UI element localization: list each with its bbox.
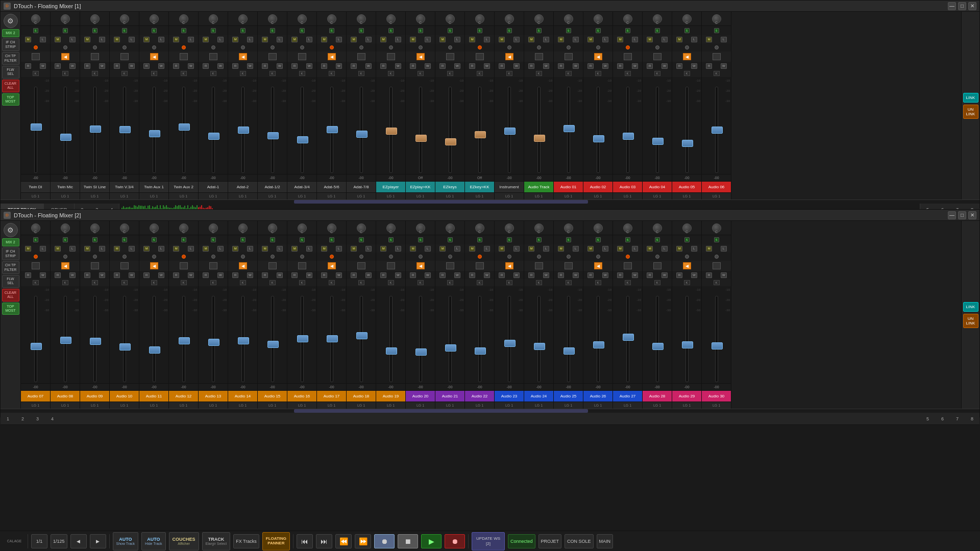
ch-s-btn[interactable]: S (566, 28, 571, 33)
ch-l-btn[interactable]: L (277, 246, 283, 252)
ch-fader-thumb[interactable] (90, 126, 101, 133)
ch-w-btn[interactable]: W (336, 272, 342, 278)
ch-m-btn[interactable]: M (143, 246, 150, 252)
ch-s-btn[interactable]: S (388, 28, 394, 33)
ch-fader-track[interactable] (715, 87, 718, 173)
ch-fader-track[interactable] (123, 87, 126, 173)
ch-k-btn[interactable]: K (477, 280, 483, 285)
ch-r-btn[interactable]: R (676, 63, 682, 69)
ch-s-btn[interactable]: S (152, 237, 157, 242)
ch-l-btn[interactable]: L (158, 37, 164, 42)
ch-m-btn[interactable]: M (321, 37, 327, 42)
ch-s-btn[interactable]: S (63, 237, 68, 242)
mixer2-minimize-btn[interactable]: — (948, 211, 956, 219)
transport-connected-btn[interactable]: Connected (508, 534, 535, 548)
ch-w-btn[interactable]: W (188, 63, 194, 69)
ch-s-btn[interactable]: S (181, 28, 186, 33)
ch-fader-thumb[interactable] (712, 127, 723, 134)
ch-eq-dot[interactable] (685, 45, 689, 49)
ch-eq-dot[interactable] (478, 255, 482, 259)
ch-r-btn[interactable]: R (469, 272, 475, 278)
ch-eq-dot[interactable] (419, 255, 423, 259)
ch-w-btn[interactable]: W (721, 272, 727, 278)
ch-eq-dot[interactable] (655, 255, 659, 259)
ch-m-btn[interactable]: M (558, 37, 564, 42)
ch-l-btn[interactable]: L (69, 37, 76, 42)
ch-s-btn[interactable]: S (507, 28, 512, 33)
ch-w-btn[interactable]: W (99, 272, 105, 278)
ch-fader-thumb[interactable] (238, 127, 249, 134)
mixer2-tab-8[interactable]: 8 (965, 416, 979, 421)
ch-pan-arrow[interactable]: ◀ (239, 262, 247, 269)
ch-r-btn[interactable]: R (410, 63, 416, 69)
ch-w-btn[interactable]: W (365, 272, 372, 278)
ch-l-btn[interactable]: L (247, 246, 253, 252)
ch-r-btn[interactable]: R (706, 272, 712, 278)
ch-r-btn[interactable]: R (84, 272, 90, 278)
ch-fader-thumb[interactable] (623, 334, 634, 341)
ch-fader-thumb[interactable] (504, 128, 516, 135)
ch-pan-arrow[interactable]: ◀ (239, 53, 247, 60)
ch-fader-track[interactable] (537, 296, 541, 382)
ch-pan-arrow[interactable]: ◀ (505, 262, 513, 269)
ch-fader-track[interactable] (419, 296, 422, 382)
ch-fader-thumb[interactable] (623, 133, 634, 140)
ch-fader-thumb[interactable] (60, 337, 71, 344)
transport-rec-armed-btn[interactable]: ⏺ (374, 534, 395, 548)
ch-l-btn[interactable]: L (543, 246, 549, 252)
ch-m-btn[interactable]: M (469, 37, 475, 42)
ch-m-btn[interactable]: M (558, 246, 564, 252)
ch-pan-arrow[interactable]: ◀ (150, 53, 158, 60)
transport-fxtracks-btn[interactable]: FX Tracks (233, 534, 259, 548)
ch-w-btn[interactable]: W (602, 63, 608, 69)
ch-eq-dot[interactable] (63, 255, 67, 259)
ch-k-btn[interactable]: K (121, 280, 128, 285)
ch-s-btn[interactable]: S (536, 28, 542, 33)
ch-r-btn[interactable]: R (558, 63, 564, 69)
ch-eq-dot[interactable] (63, 45, 67, 49)
ch-s-btn[interactable]: S (625, 28, 630, 33)
ch-eq-dot[interactable] (330, 45, 334, 49)
ch-w-btn[interactable]: W (395, 272, 401, 278)
mixer2-chtp-btn[interactable]: CH TPFILTER (2, 261, 19, 274)
ch-fader-thumb[interactable] (208, 339, 219, 346)
ch-m-btn[interactable]: M (173, 37, 179, 42)
ch-eq-dot[interactable] (122, 45, 127, 49)
transport-back-btn[interactable]: ⏪ (335, 534, 352, 548)
ch-s-btn[interactable]: S (211, 28, 216, 33)
ch-s-btn[interactable]: S (477, 237, 482, 242)
ch-s-btn[interactable]: S (359, 28, 364, 33)
ch-r-btn[interactable]: R (262, 63, 268, 69)
ch-w-btn[interactable]: W (602, 272, 608, 278)
ch-r-btn[interactable]: R (617, 63, 623, 69)
mixer2-tab-2[interactable]: 2 (15, 416, 30, 421)
ch-fader-thumb[interactable] (60, 134, 71, 141)
ch-w-btn[interactable]: W (484, 63, 490, 69)
ch-s-btn[interactable]: S (122, 237, 127, 242)
ch-w-btn[interactable]: W (40, 272, 46, 278)
ch-fader-track[interactable] (685, 296, 689, 382)
ch-l-btn[interactable]: L (513, 37, 520, 42)
ch-m-btn[interactable]: M (587, 37, 594, 42)
ch-fader-track[interactable] (212, 296, 215, 382)
ch-w-btn[interactable]: W (395, 63, 401, 69)
ch-w-btn[interactable]: W (158, 63, 164, 69)
ch-w-btn[interactable]: W (454, 63, 460, 69)
mixer2-tab-7[interactable]: 7 (950, 416, 965, 421)
ch-w-btn[interactable]: W (40, 63, 46, 69)
ch-fader-track[interactable] (360, 87, 363, 173)
ch-pan-arrow[interactable]: ◀ (594, 262, 602, 269)
ch-fader-thumb[interactable] (119, 126, 131, 133)
ch-m-btn[interactable]: M (291, 37, 298, 42)
ch-k-btn[interactable]: K (121, 71, 128, 76)
ch-k-btn[interactable]: K (240, 71, 246, 76)
ch-fader-track[interactable] (123, 296, 126, 382)
ch-m-btn[interactable]: M (232, 246, 238, 252)
ch-fader-track[interactable] (212, 87, 215, 173)
ch-r-btn[interactable]: R (232, 272, 238, 278)
ch-l-btn[interactable]: L (277, 37, 283, 42)
ch-m-btn[interactable]: M (321, 246, 327, 252)
transport-projet-btn[interactable]: PROJET (538, 534, 562, 548)
ch-fader-thumb[interactable] (31, 343, 42, 350)
ch-eq-dot[interactable] (626, 255, 630, 259)
